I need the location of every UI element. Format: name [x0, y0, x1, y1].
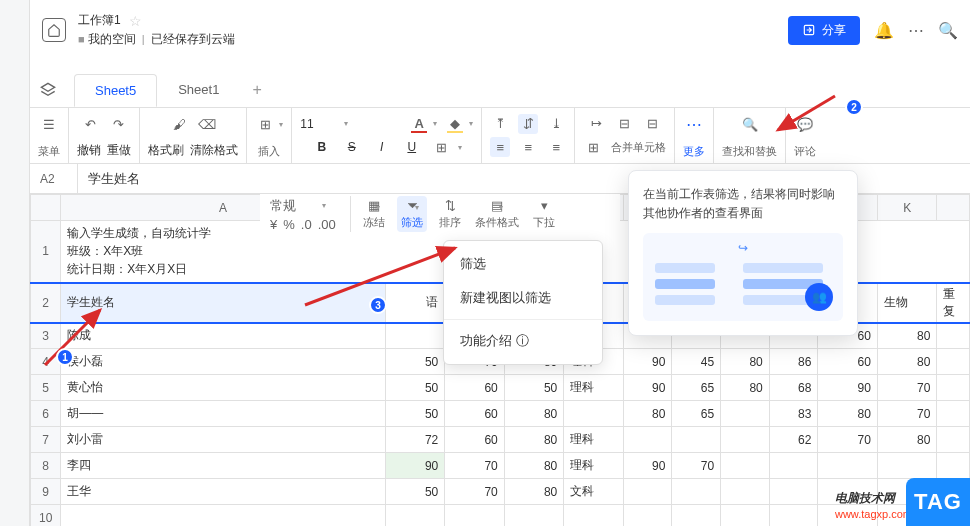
wrap-icon[interactable]: ↦: [587, 114, 607, 134]
valign-mid-icon[interactable]: ⇵: [518, 114, 538, 134]
cell[interactable]: 学生姓名: [61, 283, 386, 323]
underline-icon[interactable]: U: [402, 137, 422, 157]
strike-icon[interactable]: S: [342, 137, 362, 157]
doc-title: 工作簿1: [78, 12, 121, 29]
align-center-icon[interactable]: ≡: [518, 137, 538, 157]
align-right-icon[interactable]: ≡: [546, 137, 566, 157]
merge-v-icon[interactable]: ⊟: [643, 114, 663, 134]
home-icon[interactable]: [42, 18, 66, 42]
filter-menu-item[interactable]: 新建视图以筛选: [444, 281, 602, 315]
more-tools-icon[interactable]: ⋯: [686, 115, 703, 134]
currency-icon[interactable]: ¥: [270, 217, 277, 232]
menu-icon[interactable]: ☰: [39, 114, 59, 134]
border-icon[interactable]: ⊞: [432, 137, 452, 157]
find-icon[interactable]: 🔍: [740, 114, 760, 134]
tag-badge: TAG: [906, 478, 970, 526]
filter-menu-item[interactable]: 筛选: [444, 247, 602, 281]
filter-menu-item[interactable]: 功能介绍 ⓘ: [444, 324, 602, 358]
format-painter-icon[interactable]: 🖌: [169, 114, 189, 134]
layers-icon[interactable]: [38, 80, 58, 100]
tooltip-illustration: ↪ 👥: [643, 233, 843, 321]
cond-format-icon[interactable]: ▤▾: [491, 198, 503, 213]
redo-icon[interactable]: ↷: [108, 114, 128, 134]
bell-icon[interactable]: 🔔: [874, 21, 894, 40]
save-status: 已经保存到云端: [151, 32, 235, 46]
col-K[interactable]: K: [877, 195, 936, 221]
valign-bot-icon[interactable]: ⤓: [546, 114, 566, 134]
star-icon[interactable]: ☆: [129, 13, 142, 29]
dropdown-list-icon[interactable]: ▾: [541, 198, 548, 213]
valign-top-icon[interactable]: ⤒: [490, 114, 510, 134]
dec-inc-icon[interactable]: .0: [301, 217, 312, 232]
filter-tooltip: 在当前工作表筛选，结果将同时影响其他协作者的查看界面 ↪ 👥: [628, 170, 858, 336]
watermark: 电脑技术网 www.tagxp.com: [835, 482, 912, 520]
breadcrumb[interactable]: 我的空间: [88, 32, 136, 46]
formula-bar[interactable]: 学生姓名: [78, 170, 140, 188]
italic-icon[interactable]: I: [372, 137, 392, 157]
callout-badge-3: 3: [369, 296, 387, 314]
comment-icon[interactable]: 💬: [795, 114, 815, 134]
add-tab-button[interactable]: +: [240, 73, 273, 107]
tab-sheet1[interactable]: Sheet1: [157, 73, 240, 106]
fill-color-icon[interactable]: ◆: [445, 114, 465, 134]
bold-icon[interactable]: B: [312, 137, 332, 157]
number-format[interactable]: 常规: [270, 197, 296, 215]
tab-sheet5[interactable]: Sheet5: [74, 74, 157, 107]
filter-icon[interactable]: ⏷▾: [406, 198, 419, 213]
callout-badge-1: 1: [56, 348, 74, 366]
people-icon: 👥: [805, 283, 833, 311]
align-left-icon[interactable]: ≡: [490, 137, 510, 157]
filter-dropdown: 筛选 新建视图以筛选 功能介绍 ⓘ: [443, 240, 603, 365]
freeze-icon[interactable]: ▦▾: [368, 198, 380, 213]
percent-icon[interactable]: %: [283, 217, 295, 232]
more-icon[interactable]: ⋯: [908, 21, 924, 40]
dec-dec-icon[interactable]: .00: [318, 217, 336, 232]
cell-name-box[interactable]: A2: [30, 164, 78, 193]
insert-icon[interactable]: ⊞: [255, 114, 275, 134]
split-icon[interactable]: ⊞: [583, 137, 603, 157]
undo-icon[interactable]: ↶: [80, 114, 100, 134]
search-icon[interactable]: 🔍: [938, 21, 958, 40]
font-size[interactable]: 11: [300, 117, 340, 131]
share-button[interactable]: 分享: [788, 16, 860, 45]
secondary-toolbar: 常规▾ ¥%.0.00 ▦▾冻结 ⏷▾筛选 ⇅排序 ▤▾条件格式 ▾下拉: [260, 194, 620, 234]
sort-icon[interactable]: ⇅: [445, 198, 456, 213]
callout-badge-2: 2: [845, 98, 863, 116]
font-color-icon[interactable]: A: [409, 114, 429, 134]
merge-h-icon[interactable]: ⊟: [615, 114, 635, 134]
clear-format-icon[interactable]: ⌫: [197, 114, 217, 134]
